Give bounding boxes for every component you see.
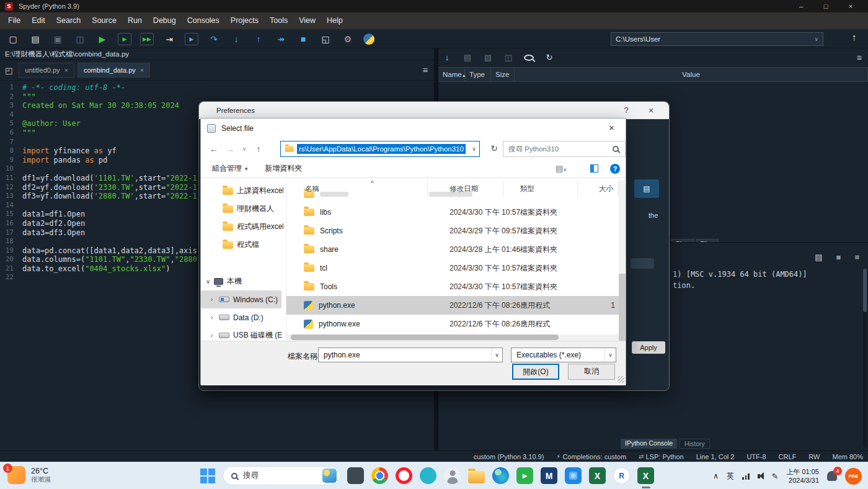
run-cell-advance-icon[interactable]: ▶▶ bbox=[140, 33, 154, 45]
col-name[interactable]: 名稱 bbox=[286, 181, 428, 197]
green-app-taskbar-icon[interactable]: ▶ bbox=[516, 467, 533, 484]
volume-icon[interactable] bbox=[758, 472, 764, 480]
maximize-pane-icon[interactable]: ◱ bbox=[319, 32, 332, 46]
debug-file-icon[interactable]: ▶ bbox=[185, 33, 198, 45]
col-type[interactable]: 類型 bbox=[503, 181, 578, 197]
r-app-taskbar-icon[interactable]: R bbox=[613, 467, 630, 484]
file-row[interactable]: Tools2024/3/30 下午 10:57檔案資料夾 bbox=[286, 277, 619, 296]
save-data-icon[interactable]: ▤ bbox=[463, 53, 472, 62]
menu-file[interactable]: File bbox=[2, 12, 26, 29]
search-variable-icon[interactable] bbox=[524, 55, 534, 61]
filetype-combo-caret-icon[interactable]: ∨ bbox=[604, 348, 616, 362]
tree-expander-icon[interactable]: › bbox=[211, 332, 219, 339]
taskbar-search[interactable]: 搜尋 bbox=[223, 466, 340, 485]
tab-close-icon[interactable]: × bbox=[140, 66, 144, 74]
refresh-button[interactable]: ↻ bbox=[486, 143, 502, 153]
new-file-icon[interactable]: ▢ bbox=[6, 32, 20, 46]
parent-directory-icon[interactable]: ↑ bbox=[852, 32, 857, 42]
address-dropdown-icon[interactable]: ∨ bbox=[469, 146, 479, 152]
network-icon[interactable] bbox=[742, 473, 750, 480]
cancel-button[interactable]: 取消 bbox=[568, 364, 615, 380]
pre-badge-icon[interactable]: PRE bbox=[845, 468, 862, 485]
address-bar[interactable]: rs\User\AppData\Local\Programs\Python\Py… bbox=[280, 141, 480, 157]
varexp-col-type[interactable]: Type bbox=[465, 68, 491, 81]
open-file-icon[interactable]: ▤ bbox=[29, 32, 42, 46]
tree-expander-icon[interactable]: › bbox=[211, 314, 219, 321]
run-selection-icon[interactable]: ⇥ bbox=[162, 32, 176, 46]
preferences-widget-fragment[interactable] bbox=[631, 258, 654, 269]
tab-history[interactable]: History bbox=[680, 439, 710, 449]
file-list-hscrollbar[interactable] bbox=[286, 334, 619, 341]
console-options-menu-icon[interactable]: ≡ bbox=[854, 253, 859, 262]
edge-taskbar-icon[interactable] bbox=[492, 467, 509, 484]
ime-language[interactable]: 英 bbox=[727, 471, 734, 482]
file-row[interactable]: python.exe2022/12/6 下午 08:26應用程式1 bbox=[286, 296, 619, 315]
search-icon[interactable] bbox=[613, 146, 619, 152]
tree-item[interactable]: ∨本機 bbox=[201, 272, 283, 290]
maximize-button[interactable]: □ bbox=[813, 0, 838, 12]
tree-expander-icon[interactable]: › bbox=[211, 296, 219, 303]
tree-item[interactable]: 理財機器人 bbox=[201, 200, 283, 218]
weather-widget[interactable]: 1 26°C 很潮濕 bbox=[7, 466, 51, 484]
people-taskbar-icon[interactable] bbox=[444, 467, 461, 484]
scrollbar-thumb[interactable] bbox=[291, 334, 559, 340]
notification-bell-icon[interactable]: 4 bbox=[827, 471, 837, 481]
address-text[interactable]: rs\User\AppData\Local\Programs\Python\Py… bbox=[297, 144, 466, 154]
file-row[interactable]: Scripts2024/3/29 下午 09:57檔案資料夾 bbox=[286, 222, 619, 240]
tree-item[interactable]: 上課資料excel bbox=[201, 182, 283, 200]
dialog-close-button[interactable]: × bbox=[598, 119, 626, 138]
editor-tab-combind_data-py[interactable]: combind_data.py× bbox=[78, 63, 150, 78]
tab-close-icon[interactable]: × bbox=[64, 66, 68, 74]
run-cell-icon[interactable]: ▶ bbox=[118, 33, 131, 45]
save-all-icon[interactable]: ◫ bbox=[73, 32, 87, 46]
editor-options-menu-icon[interactable]: ≡ bbox=[423, 65, 428, 75]
photos-taskbar-icon[interactable] bbox=[565, 467, 582, 484]
menu-consoles[interactable]: Consoles bbox=[182, 12, 225, 29]
tree-item[interactable]: ›Windows (C:) bbox=[201, 290, 281, 308]
preferences-list-icon[interactable]: ▤ bbox=[634, 179, 659, 198]
chrome-taskbar-icon[interactable] bbox=[371, 467, 388, 484]
refresh-variables-icon[interactable]: ↻ bbox=[544, 53, 554, 62]
file-list-vscrollbar[interactable] bbox=[619, 181, 626, 341]
back-button[interactable]: ← bbox=[206, 144, 222, 154]
menu-projects[interactable]: Projects bbox=[225, 12, 264, 29]
step-over-icon[interactable]: ↷ bbox=[207, 32, 221, 46]
forward-button[interactable]: → bbox=[222, 144, 238, 154]
menu-debug[interactable]: Debug bbox=[148, 12, 182, 29]
tray-chevron-icon[interactable]: ∧ bbox=[713, 472, 719, 480]
filename-combo[interactable]: python.exe ∨ bbox=[318, 348, 503, 362]
new-folder-button[interactable]: 新增資料夾 bbox=[265, 163, 302, 174]
tree-item[interactable]: 程式檔 bbox=[201, 236, 283, 254]
apply-button[interactable]: Apply bbox=[632, 341, 665, 354]
scrollbar-thumb[interactable] bbox=[619, 274, 626, 341]
clock[interactable]: 上午 01:05 2024/3/31 bbox=[786, 467, 819, 485]
browse-tabs-icon[interactable]: ◰ bbox=[5, 66, 12, 75]
preferences-help-button[interactable]: ? bbox=[616, 102, 637, 119]
search-box[interactable]: 搜尋 Python310 bbox=[503, 141, 626, 157]
close-button[interactable]: × bbox=[838, 0, 863, 12]
preferences-close-button[interactable]: × bbox=[640, 102, 662, 119]
menu-help[interactable]: Help bbox=[321, 12, 348, 29]
view-mode-icon[interactable]: ▤∨ bbox=[556, 164, 567, 173]
tree-expander-icon[interactable]: ∨ bbox=[206, 278, 214, 285]
editor-tab-untitled0-py[interactable]: untitled0.py× bbox=[19, 63, 74, 78]
step-into-icon[interactable]: ↓ bbox=[229, 32, 243, 46]
import-data-icon[interactable]: ↓ bbox=[442, 53, 452, 62]
scrollbar-thumb[interactable] bbox=[863, 269, 867, 312]
help-icon[interactable]: ? bbox=[610, 164, 620, 174]
varexp-col-name[interactable]: Name▲ bbox=[438, 68, 465, 81]
col-date[interactable]: 修改日期 bbox=[428, 181, 503, 197]
col-size[interactable]: 大小 bbox=[578, 181, 619, 197]
excel-active-taskbar-icon[interactable]: X bbox=[637, 467, 654, 484]
resize-grip[interactable] bbox=[618, 376, 624, 383]
up-button[interactable]: ↑ bbox=[250, 144, 267, 154]
tree-item[interactable]: ›USB 磁碟機 (E bbox=[201, 326, 283, 341]
python-env-icon[interactable] bbox=[363, 34, 374, 45]
filename-combo-caret-icon[interactable]: ∨ bbox=[491, 348, 502, 362]
console-environment-icon[interactable]: ▤ bbox=[815, 253, 822, 262]
menu-source[interactable]: Source bbox=[86, 12, 122, 29]
file-row[interactable]: tcl2024/3/30 下午 10:57檔案資料夾 bbox=[286, 259, 619, 277]
menu-tools[interactable]: Tools bbox=[264, 12, 293, 29]
file-explorer-taskbar-icon[interactable] bbox=[468, 468, 485, 483]
minimize-button[interactable]: – bbox=[789, 0, 813, 12]
